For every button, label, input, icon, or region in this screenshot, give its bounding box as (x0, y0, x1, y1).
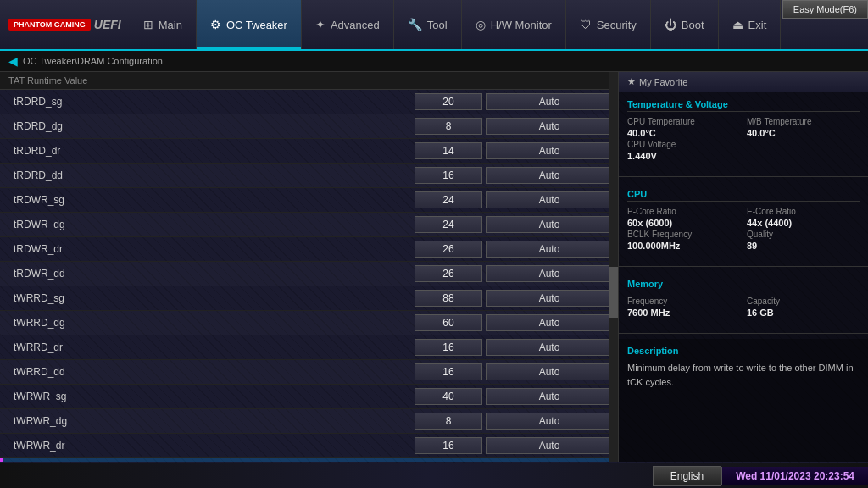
datetime-display: Wed 11/01/2023 20:23:54 (721, 467, 868, 485)
setting-name: tWRWR_dr (7, 440, 415, 452)
setting-value[interactable]: 24 (415, 191, 482, 208)
star-icon: ★ (627, 76, 636, 87)
temp-voltage-title: Temperature & Voltage (627, 99, 860, 112)
table-row[interactable]: tWRWR_dr16Auto (0, 434, 618, 458)
table-row[interactable]: tRDWR_dd26Auto (0, 262, 618, 286)
table-row[interactable]: tWRRD_sg88Auto (0, 286, 618, 311)
setting-dropdown[interactable]: Auto (486, 118, 613, 135)
setting-name: tWRRD_dr (7, 341, 415, 353)
setting-value[interactable]: 26 (415, 241, 482, 258)
tab-oc-tweaker[interactable]: ⚙ OC Tweaker (197, 0, 302, 49)
scroll-thumb[interactable] (609, 267, 618, 318)
description-box: Description Minimum delay from write to … (619, 339, 868, 462)
setting-value[interactable]: 20 (415, 93, 482, 110)
tab-tool-label: Tool (427, 19, 448, 31)
table-row[interactable]: tRDRD_dg8Auto (0, 114, 618, 139)
freq-label: Frequency (627, 297, 740, 306)
setting-dropdown[interactable]: Auto (486, 339, 613, 356)
memory-section: Memory Frequency Capacity 7600 MHz 16 GB (619, 272, 868, 328)
setting-dropdown[interactable]: Auto (486, 216, 613, 233)
setting-value[interactable]: 26 (415, 265, 482, 282)
setting-dropdown[interactable]: Auto (486, 437, 613, 454)
table-row[interactable]: tWRWR_dd16Auto (0, 458, 618, 462)
setting-value[interactable]: 8 (415, 413, 482, 430)
scroll-track[interactable] (609, 72, 618, 462)
setting-value[interactable]: 16 (415, 167, 482, 184)
my-favorite-bar[interactable]: ★ My Favorite (619, 72, 868, 92)
logo: PHANTOM GAMING (8, 19, 91, 30)
setting-dropdown[interactable]: Auto (486, 413, 613, 430)
breadcrumb: ◀ OC Tweaker\DRAM Configuration (0, 51, 868, 72)
row-indicator (0, 409, 7, 433)
tab-hw-monitor[interactable]: ◎ H/W Monitor (462, 0, 566, 49)
hw-icon: ◎ (476, 18, 486, 31)
setting-name: tWRWR_sg (7, 391, 415, 402)
setting-value[interactable]: 24 (415, 216, 482, 233)
setting-value[interactable]: 16 (415, 437, 482, 454)
row-indicator (0, 311, 7, 335)
temp-voltage-section: Temperature & Voltage CPU Temperature M/… (619, 92, 868, 171)
logo-area: PHANTOM GAMING UEFI (0, 0, 130, 49)
row-indicator (0, 237, 7, 261)
left-panel: TAT Runtime Value tRDRD_sg20AutotRDRD_dg… (0, 72, 618, 462)
tab-main[interactable]: ⊞ Main (130, 0, 197, 49)
table-row[interactable]: tRDRD_sg20Auto (0, 90, 618, 114)
table-row[interactable]: tWRWR_dg8Auto (0, 409, 618, 434)
back-arrow[interactable]: ◀ (8, 54, 18, 68)
capacity-label: Capacity (747, 297, 860, 306)
setting-dropdown[interactable]: Auto (486, 167, 613, 184)
row-indicator (0, 458, 3, 462)
quality-value: 89 (747, 241, 860, 251)
table-row[interactable]: tRDRD_dr14Auto (0, 139, 618, 164)
easy-mode-button[interactable]: Easy Mode(F6) (782, 0, 868, 19)
quality-label: Quality (747, 230, 860, 239)
setting-value[interactable]: 8 (415, 118, 482, 135)
settings-list: tRDRD_sg20AutotRDRD_dg8AutotRDRD_dr14Aut… (0, 90, 618, 462)
setting-value[interactable]: 88 (415, 290, 482, 307)
setting-dropdown[interactable]: Auto (486, 191, 613, 208)
tab-boot[interactable]: ⏻ Boot (651, 0, 719, 49)
setting-name: tWRWR_dg (7, 415, 415, 427)
setting-dropdown[interactable]: Auto (486, 363, 613, 380)
pcore-value: 60x (6000) (627, 218, 740, 228)
setting-value[interactable]: 16 (415, 339, 482, 356)
setting-dropdown[interactable]: Auto (486, 265, 613, 282)
table-row[interactable]: tRDWR_dr26Auto (0, 237, 618, 262)
setting-dropdown[interactable]: Auto (486, 314, 613, 331)
setting-name: tRDWR_sg (7, 194, 415, 206)
setting-name: tRDRD_dd (7, 169, 415, 181)
table-row[interactable]: tWRRD_dr16Auto (0, 336, 618, 360)
table-row[interactable]: tWRRD_dg60Auto (0, 311, 618, 336)
table-row[interactable]: tRDRD_dd16Auto (0, 164, 618, 188)
setting-dropdown[interactable]: Auto (486, 93, 613, 110)
top-bar: PHANTOM GAMING UEFI ⊞ Main ⚙ OC Tweaker … (0, 0, 868, 51)
tab-exit[interactable]: ⏏ Exit (719, 0, 782, 49)
setting-value[interactable]: 60 (415, 314, 482, 331)
tab-oc-label: OC Tweaker (226, 19, 287, 31)
tab-boot-label: Boot (682, 19, 704, 31)
tab-security[interactable]: 🛡 Security (566, 0, 651, 49)
cpu-section: CPU P-Core Ratio E-Core Ratio 60x (6000)… (619, 182, 868, 261)
setting-value[interactable]: 16 (415, 363, 482, 380)
table-row[interactable]: tRDWR_sg24Auto (0, 188, 618, 213)
setting-dropdown[interactable]: Auto (486, 241, 613, 258)
cpu-title: CPU (627, 189, 860, 202)
table-row[interactable]: tWRRD_dd16Auto (0, 360, 618, 385)
tab-hw-label: H/W Monitor (491, 19, 552, 31)
language-selector[interactable]: English (653, 466, 721, 486)
setting-dropdown[interactable]: Auto (486, 388, 613, 405)
table-row[interactable]: tWRWR_sg40Auto (0, 385, 618, 409)
tab-advanced[interactable]: ✦ Advanced (302, 0, 394, 49)
row-indicator (0, 262, 7, 286)
bclk-value: 100.000MHz (627, 241, 740, 251)
setting-value[interactable]: 40 (415, 388, 482, 405)
nav-tabs: ⊞ Main ⚙ OC Tweaker ✦ Advanced 🔧 Tool ◎ … (130, 0, 868, 49)
row-indicator (0, 114, 7, 138)
ecore-value: 44x (4400) (747, 218, 860, 228)
setting-value[interactable]: 14 (415, 142, 482, 159)
boot-icon: ⏻ (665, 18, 676, 31)
setting-dropdown[interactable]: Auto (486, 142, 613, 159)
table-row[interactable]: tRDWR_dg24Auto (0, 213, 618, 237)
setting-dropdown[interactable]: Auto (486, 290, 613, 307)
tab-tool[interactable]: 🔧 Tool (394, 0, 462, 49)
